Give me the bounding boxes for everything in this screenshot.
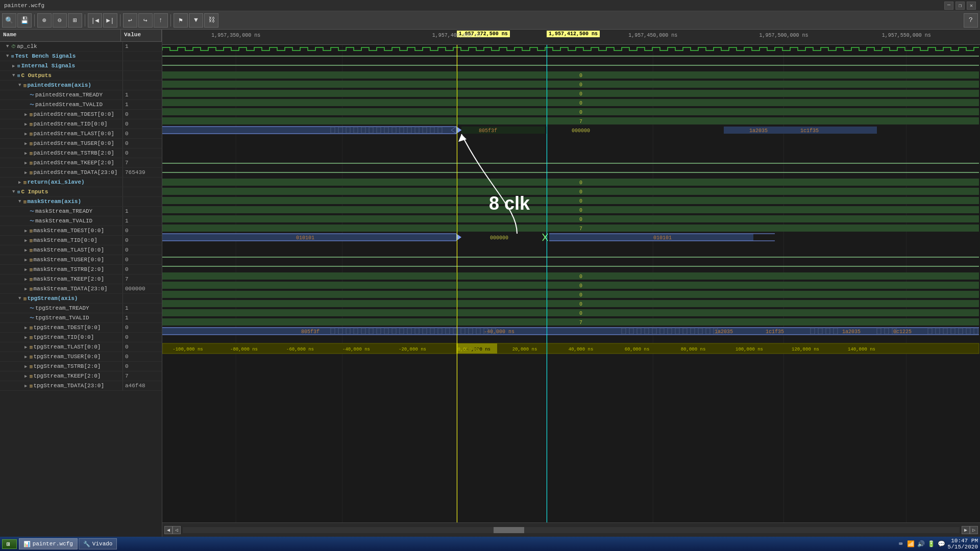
taskbar-item-painter[interactable]: 📊 painter.wcfg: [19, 538, 78, 549]
expand-arrow-7[interactable]: ▶: [24, 112, 30, 117]
go-to-start-button[interactable]: |◀: [88, 13, 102, 28]
scroll-right-fast-arrow[interactable]: ▷: [970, 526, 978, 534]
go-to-end-button[interactable]: ▶|: [103, 13, 117, 28]
expand-arrow-0[interactable]: ▼: [6, 44, 11, 49]
sidebar-row-3[interactable]: ▼⊞C Outputs: [0, 71, 162, 81]
sidebar-row-8[interactable]: ▶▥paintedStream_TID[0:0]0: [0, 119, 162, 129]
expand-arrow-13[interactable]: ▶: [24, 170, 30, 176]
sidebar-row-19[interactable]: ▶▥maskStream_TDEST[0:0]0: [0, 226, 162, 236]
expand-arrow-22[interactable]: ▶: [24, 257, 30, 263]
zoom-full-button[interactable]: ⊞: [68, 13, 82, 28]
sidebar-row-20[interactable]: ▶▥maskStream_TID[0:0]0: [0, 236, 162, 245]
expand-arrow-11[interactable]: ▶: [24, 151, 30, 156]
bottom-scrollbar[interactable]: ◀ ◁ ▶ ▷: [162, 522, 980, 537]
expand-arrow-10[interactable]: ▶: [24, 141, 30, 146]
expand-arrow-19[interactable]: ▶: [24, 228, 30, 234]
sidebar-row-13[interactable]: ▶▥paintedStream_TDATA[23:0]765439: [0, 168, 162, 178]
sidebar[interactable]: Name Value ▼⏱ap_clk1▼⊞Test Bench Signals…: [0, 30, 162, 537]
expand-arrow-26[interactable]: ▼: [18, 296, 23, 301]
sidebar-row-2[interactable]: ▶⊞Internal Signals: [0, 61, 162, 71]
sidebar-row-26[interactable]: ▼▥tpgStream(axis): [0, 294, 162, 304]
sidebar-row-9[interactable]: ▶▥paintedStream_TLAST[0:0]0: [0, 129, 162, 139]
sidebar-row-28[interactable]: 〜tpgStream_TVALID1: [0, 313, 162, 323]
search-button[interactable]: ⚑: [174, 13, 188, 28]
prev-button[interactable]: ↩: [123, 13, 137, 28]
expand-arrow-16[interactable]: ▼: [18, 199, 23, 204]
expand-arrow-20[interactable]: ▶: [24, 238, 30, 243]
link-button[interactable]: ⛓: [204, 13, 218, 28]
sidebar-row-16[interactable]: ▼▥maskStream(axis): [0, 197, 162, 207]
expand-arrow-12[interactable]: ▶: [24, 160, 30, 166]
expand-arrow-4[interactable]: ▼: [18, 83, 23, 88]
expand-arrow-14[interactable]: ▶: [18, 180, 23, 185]
filter-button[interactable]: ▼: [189, 13, 203, 28]
sidebar-row-5[interactable]: 〜paintedStream_TREADY1: [0, 90, 162, 100]
restore-button[interactable]: ❐: [955, 2, 965, 10]
sidebar-value-6: 1: [122, 100, 162, 109]
expand-arrow-21[interactable]: ▶: [24, 247, 30, 253]
zoom-in-button[interactable]: ⊕: [37, 13, 52, 28]
start-button[interactable]: ⊞: [2, 539, 17, 549]
up-button[interactable]: ↑: [154, 13, 168, 28]
sidebar-row-29[interactable]: ▶▥tpgStream_TDEST[0:0]0: [0, 323, 162, 333]
scroll-left-fast-arrow[interactable]: ◁: [173, 526, 181, 534]
help-button[interactable]: ?: [964, 13, 978, 28]
expand-arrow-3[interactable]: ▼: [12, 73, 17, 78]
expand-arrow-23[interactable]: ▶: [24, 267, 30, 272]
sidebar-row-35[interactable]: ▶▥tpgStream_TDATA[23:0]a46f48: [0, 381, 162, 391]
sidebar-row-0[interactable]: ▼⏱ap_clk1: [0, 42, 162, 52]
horizontal-scrollbar-track[interactable]: [183, 527, 960, 533]
sidebar-row-25[interactable]: ▶▥maskStream_TDATA[23:0]000000: [0, 284, 162, 294]
expand-arrow-34[interactable]: ▶: [24, 373, 30, 379]
sidebar-row-14[interactable]: ▶▥return(axi_slave): [0, 178, 162, 187]
expand-arrow-32[interactable]: ▶: [24, 354, 30, 360]
sidebar-row-6[interactable]: 〜paintedStream_TVALID1: [0, 100, 162, 110]
sidebar-row-10[interactable]: ▶▥paintedStream_TUSER[0:0]0: [0, 139, 162, 148]
save-button[interactable]: 💾: [17, 13, 32, 28]
sidebar-row-17[interactable]: 〜maskStream_TREADY1: [0, 207, 162, 216]
minimize-button[interactable]: ─: [944, 2, 953, 10]
expand-arrow-31[interactable]: ▶: [24, 344, 30, 350]
expand-arrow-8[interactable]: ▶: [24, 121, 30, 127]
sidebar-row-33[interactable]: ▶▥tpgStream_TSTRB[2:0]0: [0, 362, 162, 371]
sidebar-row-30[interactable]: ▶▥tpgStream_TID[0:0]0: [0, 333, 162, 342]
zoom-fit-button[interactable]: 🔍: [2, 13, 16, 28]
sidebar-row-18[interactable]: 〜maskStream_TVALID1: [0, 216, 162, 226]
expand-arrow-9[interactable]: ▶: [24, 131, 30, 137]
expand-arrow-15[interactable]: ▼: [12, 189, 17, 194]
zoom-out-button[interactable]: ⊖: [53, 13, 67, 28]
sidebar-row-1[interactable]: ▼⊞Test Bench Signals: [0, 52, 162, 61]
sidebar-row-22[interactable]: ▶▥maskStream_TUSER[0:0]0: [0, 255, 162, 265]
sidebar-row-12[interactable]: ▶▥paintedStream_TKEEP[2:0]7: [0, 158, 162, 168]
waveform-canvas[interactable]: 0 0 0 0: [162, 45, 980, 522]
sidebar-row-31[interactable]: ▶▥tpgStream_TLAST[0:0]0: [0, 342, 162, 352]
sidebar-row-24[interactable]: ▶▥maskStream_TKEEP[2:0]7: [0, 274, 162, 284]
scroll-left-arrow[interactable]: ◀: [164, 526, 173, 534]
scroll-right-arrow[interactable]: ▶: [962, 526, 970, 534]
waveform-mask-tdest: 0: [162, 179, 979, 186]
sidebar-row-4[interactable]: ▼▥paintedStream(axis): [0, 81, 162, 90]
expand-arrow-24[interactable]: ▶: [24, 277, 30, 282]
sidebar-row-34[interactable]: ▶▥tpgStream_TKEEP[2:0]7: [0, 371, 162, 381]
waveform-area[interactable]: 1,957,372,500 ns 1,957,412,500 ns 1,957,…: [162, 30, 980, 537]
close-button[interactable]: ✕: [967, 2, 976, 10]
sidebar-row-21[interactable]: ▶▥maskStream_TLAST[0:0]0: [0, 245, 162, 255]
expand-arrow-35[interactable]: ▶: [24, 383, 30, 389]
svg-text:7: 7: [579, 119, 582, 124]
expand-arrow-1[interactable]: ▼: [6, 54, 11, 59]
tray-notification-icon[interactable]: 💬: [938, 540, 946, 548]
sidebar-row-27[interactable]: 〜tpgStream_TREADY1: [0, 304, 162, 313]
expand-arrow-29[interactable]: ▶: [24, 325, 30, 331]
sidebar-row-11[interactable]: ▶▥paintedStream_TSTRB[2:0]0: [0, 148, 162, 158]
taskbar-item-vivado[interactable]: 🔧 Vivado: [79, 538, 117, 549]
sidebar-row-32[interactable]: ▶▥tpgStream_TUSER[0:0]0: [0, 352, 162, 362]
expand-arrow-30[interactable]: ▶: [24, 335, 30, 340]
next-button[interactable]: ↪: [138, 13, 153, 28]
sidebar-row-7[interactable]: ▶▥paintedStream_TDEST[0:0]0: [0, 110, 162, 119]
horizontal-scrollbar-thumb[interactable]: [494, 527, 524, 533]
sidebar-row-23[interactable]: ▶▥maskStream_TSTRB[2:0]0: [0, 265, 162, 274]
expand-arrow-25[interactable]: ▶: [24, 286, 30, 292]
expand-arrow-2[interactable]: ▶: [12, 63, 17, 69]
sidebar-row-15[interactable]: ▼⊞C Inputs: [0, 187, 162, 197]
expand-arrow-33[interactable]: ▶: [24, 364, 30, 369]
